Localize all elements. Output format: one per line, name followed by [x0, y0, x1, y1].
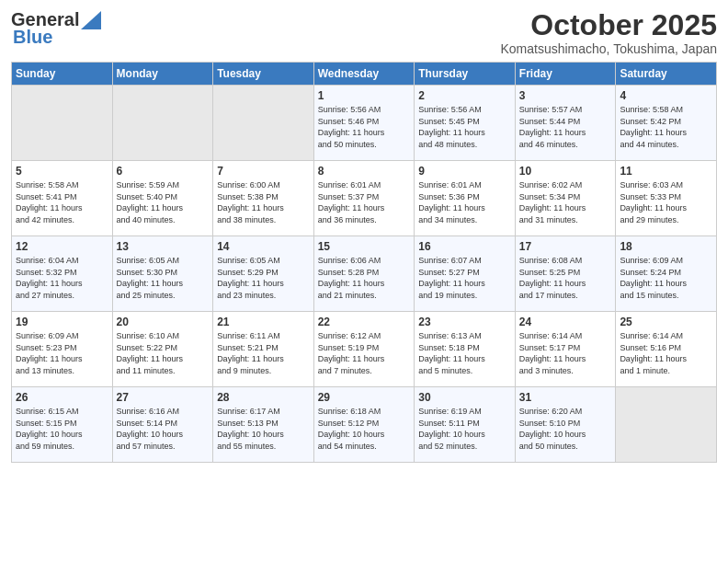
day-number: 17 — [519, 240, 612, 253]
day-number: 29 — [318, 391, 411, 404]
col-friday: Friday — [515, 63, 616, 86]
calendar-cell: 11Sunrise: 6:03 AM Sunset: 5:33 PM Dayli… — [616, 161, 717, 236]
day-info: Sunrise: 6:14 AM Sunset: 5:17 PM Dayligh… — [519, 330, 612, 376]
day-number: 23 — [418, 316, 511, 328]
calendar-cell: 14Sunrise: 6:05 AM Sunset: 5:29 PM Dayli… — [213, 236, 314, 312]
day-info: Sunrise: 6:20 AM Sunset: 5:10 PM Dayligh… — [519, 406, 612, 452]
day-info: Sunrise: 6:17 AM Sunset: 5:13 PM Dayligh… — [217, 406, 310, 452]
day-number: 26 — [16, 391, 108, 404]
day-info: Sunrise: 6:11 AM Sunset: 5:21 PM Dayligh… — [217, 330, 310, 376]
logo: General Blue — [11, 9, 101, 48]
calendar-table: Sunday Monday Tuesday Wednesday Thursday… — [11, 62, 717, 463]
day-number: 2 — [418, 89, 511, 102]
calendar-cell: 20Sunrise: 6:10 AM Sunset: 5:22 PM Dayli… — [112, 312, 213, 387]
calendar-cell: 17Sunrise: 6:08 AM Sunset: 5:25 PM Dayli… — [515, 236, 616, 312]
location: Komatsushimacho, Tokushima, Japan — [500, 41, 717, 56]
calendar-cell: 19Sunrise: 6:09 AM Sunset: 5:23 PM Dayli… — [12, 312, 113, 387]
calendar-cell: 16Sunrise: 6:07 AM Sunset: 5:27 PM Dayli… — [415, 236, 516, 312]
day-number: 19 — [16, 316, 108, 328]
day-info: Sunrise: 6:18 AM Sunset: 5:12 PM Dayligh… — [318, 406, 411, 452]
calendar-cell: 12Sunrise: 6:04 AM Sunset: 5:32 PM Dayli… — [12, 236, 113, 312]
day-info: Sunrise: 6:00 AM Sunset: 5:38 PM Dayligh… — [217, 179, 310, 225]
col-monday: Monday — [112, 63, 213, 86]
day-info: Sunrise: 6:05 AM Sunset: 5:29 PM Dayligh… — [217, 255, 310, 301]
day-number: 25 — [620, 316, 712, 328]
day-info: Sunrise: 5:58 AM Sunset: 5:42 PM Dayligh… — [620, 104, 712, 150]
day-info: Sunrise: 6:13 AM Sunset: 5:18 PM Dayligh… — [418, 330, 511, 376]
day-info: Sunrise: 5:56 AM Sunset: 5:46 PM Dayligh… — [318, 104, 411, 150]
calendar-cell: 6Sunrise: 5:59 AM Sunset: 5:40 PM Daylig… — [112, 161, 213, 236]
day-info: Sunrise: 6:16 AM Sunset: 5:14 PM Dayligh… — [117, 406, 210, 452]
title-section: October 2025 Komatsushimacho, Tokushima,… — [500, 9, 717, 56]
header: General Blue October 2025 Komatsushimach… — [11, 9, 717, 56]
day-info: Sunrise: 6:03 AM Sunset: 5:33 PM Dayligh… — [620, 179, 712, 225]
day-info: Sunrise: 6:01 AM Sunset: 5:36 PM Dayligh… — [418, 179, 511, 225]
day-info: Sunrise: 6:06 AM Sunset: 5:28 PM Dayligh… — [318, 255, 411, 301]
day-number: 1 — [318, 89, 411, 102]
day-number: 16 — [418, 240, 511, 253]
day-number: 5 — [16, 165, 108, 178]
calendar-cell: 30Sunrise: 6:19 AM Sunset: 5:11 PM Dayli… — [415, 387, 516, 463]
day-info: Sunrise: 5:56 AM Sunset: 5:45 PM Dayligh… — [418, 104, 511, 150]
day-number: 9 — [418, 165, 511, 178]
calendar-container: General Blue October 2025 Komatsushimach… — [0, 0, 728, 470]
day-info: Sunrise: 6:19 AM Sunset: 5:11 PM Dayligh… — [418, 406, 511, 452]
calendar-cell: 5Sunrise: 5:58 AM Sunset: 5:41 PM Daylig… — [12, 161, 113, 236]
header-row: Sunday Monday Tuesday Wednesday Thursday… — [12, 63, 717, 86]
day-number: 12 — [16, 240, 108, 253]
day-info: Sunrise: 6:14 AM Sunset: 5:16 PM Dayligh… — [620, 330, 712, 376]
calendar-cell: 26Sunrise: 6:15 AM Sunset: 5:15 PM Dayli… — [12, 387, 113, 463]
calendar-cell: 7Sunrise: 6:00 AM Sunset: 5:38 PM Daylig… — [213, 161, 314, 236]
calendar-cell: 9Sunrise: 6:01 AM Sunset: 5:36 PM Daylig… — [415, 161, 516, 236]
calendar-cell: 21Sunrise: 6:11 AM Sunset: 5:21 PM Dayli… — [213, 312, 314, 387]
day-info: Sunrise: 5:58 AM Sunset: 5:41 PM Dayligh… — [16, 179, 108, 225]
calendar-cell: 25Sunrise: 6:14 AM Sunset: 5:16 PM Dayli… — [616, 312, 717, 387]
day-info: Sunrise: 5:59 AM Sunset: 5:40 PM Dayligh… — [117, 179, 210, 225]
day-info: Sunrise: 5:57 AM Sunset: 5:44 PM Dayligh… — [519, 104, 612, 150]
day-number: 24 — [519, 316, 612, 328]
calendar-cell: 4Sunrise: 5:58 AM Sunset: 5:42 PM Daylig… — [616, 86, 717, 161]
col-tuesday: Tuesday — [213, 63, 314, 86]
day-number: 22 — [318, 316, 411, 328]
day-info: Sunrise: 6:15 AM Sunset: 5:15 PM Dayligh… — [16, 406, 108, 452]
calendar-cell: 31Sunrise: 6:20 AM Sunset: 5:10 PM Dayli… — [515, 387, 616, 463]
svg-marker-0 — [81, 11, 101, 29]
calendar-cell: 29Sunrise: 6:18 AM Sunset: 5:12 PM Dayli… — [313, 387, 415, 463]
calendar-cell — [112, 86, 213, 161]
day-info: Sunrise: 6:07 AM Sunset: 5:27 PM Dayligh… — [418, 255, 511, 301]
calendar-cell: 10Sunrise: 6:02 AM Sunset: 5:34 PM Dayli… — [515, 161, 616, 236]
day-info: Sunrise: 6:12 AM Sunset: 5:19 PM Dayligh… — [318, 330, 411, 376]
day-number: 4 — [620, 89, 712, 102]
day-number: 28 — [217, 391, 310, 404]
col-sunday: Sunday — [12, 63, 113, 86]
calendar-cell: 1Sunrise: 5:56 AM Sunset: 5:46 PM Daylig… — [313, 86, 415, 161]
day-number: 6 — [117, 165, 210, 178]
day-number: 8 — [318, 165, 411, 178]
day-number: 18 — [620, 240, 712, 253]
day-info: Sunrise: 6:05 AM Sunset: 5:30 PM Dayligh… — [117, 255, 210, 301]
day-number: 31 — [519, 391, 612, 404]
day-number: 7 — [217, 165, 310, 178]
col-thursday: Thursday — [415, 63, 516, 86]
day-number: 10 — [519, 165, 612, 178]
day-number: 30 — [418, 391, 511, 404]
day-info: Sunrise: 6:10 AM Sunset: 5:22 PM Dayligh… — [117, 330, 210, 376]
calendar-cell: 3Sunrise: 5:57 AM Sunset: 5:44 PM Daylig… — [515, 86, 616, 161]
day-number: 13 — [117, 240, 210, 253]
day-info: Sunrise: 6:01 AM Sunset: 5:37 PM Dayligh… — [318, 179, 411, 225]
calendar-cell — [12, 86, 113, 161]
day-info: Sunrise: 6:09 AM Sunset: 5:23 PM Dayligh… — [16, 330, 108, 376]
logo-blue: Blue — [11, 27, 52, 48]
calendar-cell: 8Sunrise: 6:01 AM Sunset: 5:37 PM Daylig… — [313, 161, 415, 236]
calendar-cell: 28Sunrise: 6:17 AM Sunset: 5:13 PM Dayli… — [213, 387, 314, 463]
day-number: 3 — [519, 89, 612, 102]
month-title: October 2025 — [500, 9, 717, 41]
calendar-cell: 22Sunrise: 6:12 AM Sunset: 5:19 PM Dayli… — [313, 312, 415, 387]
col-wednesday: Wednesday — [313, 63, 415, 86]
day-number: 21 — [217, 316, 310, 328]
calendar-cell: 27Sunrise: 6:16 AM Sunset: 5:14 PM Dayli… — [112, 387, 213, 463]
calendar-cell — [213, 86, 314, 161]
logo-icon — [81, 11, 101, 29]
calendar-cell: 15Sunrise: 6:06 AM Sunset: 5:28 PM Dayli… — [313, 236, 415, 312]
day-number: 11 — [620, 165, 712, 178]
